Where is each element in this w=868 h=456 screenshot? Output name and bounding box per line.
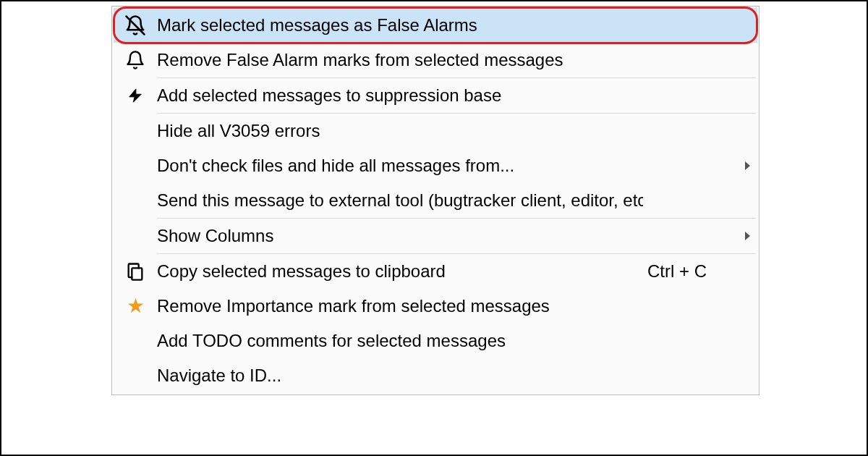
menu-item-show-columns[interactable]: Show Columns (114, 219, 757, 253)
svg-marker-1 (129, 89, 142, 102)
submenu-arrow-slot (737, 161, 757, 170)
menu-item-label: Remove Importance mark from selected mes… (157, 296, 643, 316)
menu-item-navigate-id[interactable]: Navigate to ID... (114, 358, 757, 393)
menu-item-label: Don't check files and hide all messages … (157, 156, 643, 176)
menu-item-send-external-tool[interactable]: Send this message to external tool (bugt… (114, 183, 757, 218)
menu-item-label: Remove False Alarm marks from selected m… (157, 50, 643, 70)
chevron-right-icon (745, 161, 750, 170)
screenshot-frame: Mark selected messages as False Alarms R… (0, 0, 868, 456)
menu-item-add-todo[interactable]: Add TODO comments for selected messages (114, 324, 757, 358)
bell-slash-icon (114, 14, 157, 36)
bell-icon (114, 50, 157, 70)
chevron-right-icon (745, 232, 750, 240)
star-icon: ★ (114, 296, 157, 316)
menu-item-label: Navigate to ID... (157, 366, 643, 386)
copy-icon (114, 261, 157, 282)
menu-item-shortcut: Ctrl + C (643, 261, 737, 282)
menu-item-remove-false-alarm[interactable]: Remove False Alarm marks from selected m… (114, 43, 757, 77)
menu-item-hide-errors[interactable]: Hide all V3059 errors (114, 114, 757, 148)
menu-item-label: Mark selected messages as False Alarms (157, 15, 643, 35)
svg-rect-2 (132, 268, 142, 279)
menu-item-label: Send this message to external tool (bugt… (157, 190, 643, 211)
menu-item-dont-check-files[interactable]: Don't check files and hide all messages … (114, 148, 757, 183)
menu-item-remove-importance[interactable]: ★ Remove Importance mark from selected m… (114, 289, 757, 324)
menu-item-label: Add selected messages to suppression bas… (157, 85, 643, 106)
menu-item-label: Add TODO comments for selected messages (157, 331, 643, 351)
menu-item-add-suppression[interactable]: Add selected messages to suppression bas… (114, 78, 757, 113)
submenu-arrow-slot (737, 232, 757, 240)
menu-item-label: Hide all V3059 errors (157, 121, 643, 141)
lightning-icon (114, 85, 157, 106)
menu-item-mark-false-alarms[interactable]: Mark selected messages as False Alarms (114, 8, 757, 43)
menu-item-copy-clipboard[interactable]: Copy selected messages to clipboard Ctrl… (114, 254, 757, 289)
menu-item-label: Show Columns (157, 226, 643, 246)
context-menu: Mark selected messages as False Alarms R… (111, 6, 760, 395)
menu-item-label: Copy selected messages to clipboard (157, 261, 643, 282)
